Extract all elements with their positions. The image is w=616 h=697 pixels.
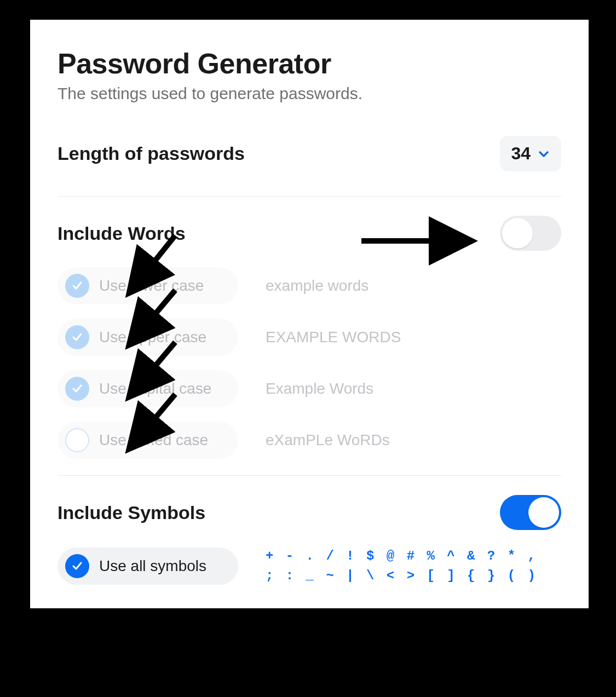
mixed-case-chip[interactable]: Use mixed case bbox=[57, 422, 238, 459]
settings-panel: Password Generator The settings used to … bbox=[30, 20, 589, 608]
toggle-knob bbox=[528, 497, 559, 528]
lower-case-example: example words bbox=[266, 277, 369, 295]
symbols-line-1: + - . / ! $ @ # % ^ & ? * , bbox=[266, 546, 538, 566]
checkbox-checked-icon bbox=[65, 554, 89, 578]
length-label: Length of passwords bbox=[57, 143, 245, 164]
upper-case-chip[interactable]: Use upper case bbox=[57, 319, 238, 356]
include-symbols-row: Include Symbols bbox=[57, 495, 561, 530]
divider bbox=[57, 196, 561, 197]
divider bbox=[57, 475, 561, 476]
length-row: Length of passwords 34 bbox=[57, 136, 561, 171]
option-mixed-case: Use mixed case eXamPLe WoRDs bbox=[57, 422, 561, 459]
symbols-preview: + - . / ! $ @ # % ^ & ? * , ; : _ ~ | \ … bbox=[266, 546, 538, 586]
length-value: 34 bbox=[511, 143, 531, 164]
upper-case-label: Use upper case bbox=[99, 329, 206, 346]
include-words-label: Include Words bbox=[57, 223, 186, 244]
capital-case-chip[interactable]: Use capital case bbox=[57, 370, 238, 407]
word-case-options: Use lower case example words Use upper c… bbox=[57, 267, 561, 459]
include-words-row: Include Words bbox=[57, 216, 561, 251]
all-symbols-chip[interactable]: Use all symbols bbox=[57, 548, 238, 585]
checkbox-checked-icon bbox=[65, 325, 89, 349]
checkbox-checked-icon bbox=[65, 274, 89, 298]
checkbox-unchecked-icon bbox=[65, 428, 89, 452]
option-capital-case: Use capital case Example Words bbox=[57, 370, 561, 407]
option-lower-case: Use lower case example words bbox=[57, 267, 561, 304]
include-words-toggle[interactable] bbox=[500, 216, 561, 251]
all-symbols-label: Use all symbols bbox=[99, 557, 206, 575]
mixed-case-label: Use mixed case bbox=[99, 431, 208, 449]
page-subtitle: The settings used to generate passwords. bbox=[57, 84, 561, 103]
option-upper-case: Use upper case EXAMPLE WORDS bbox=[57, 319, 561, 356]
checkbox-checked-icon bbox=[65, 377, 89, 401]
capital-case-label: Use capital case bbox=[99, 380, 211, 398]
toggle-knob bbox=[502, 218, 533, 249]
include-symbols-toggle[interactable] bbox=[500, 495, 561, 530]
option-all-symbols: Use all symbols + - . / ! $ @ # % ^ & ? … bbox=[57, 546, 561, 586]
upper-case-example: EXAMPLE WORDS bbox=[266, 329, 401, 346]
chevron-down-icon bbox=[537, 147, 550, 160]
page-title: Password Generator bbox=[57, 47, 561, 80]
length-stepper[interactable]: 34 bbox=[500, 136, 561, 171]
lower-case-label: Use lower case bbox=[99, 277, 204, 295]
include-symbols-label: Include Symbols bbox=[57, 502, 205, 523]
lower-case-chip[interactable]: Use lower case bbox=[57, 267, 238, 304]
symbols-line-2: ; : _ ~ | \ < > [ ] { } ( ) bbox=[266, 566, 538, 586]
capital-case-example: Example Words bbox=[266, 380, 373, 398]
mixed-case-example: eXamPLe WoRDs bbox=[266, 431, 390, 449]
